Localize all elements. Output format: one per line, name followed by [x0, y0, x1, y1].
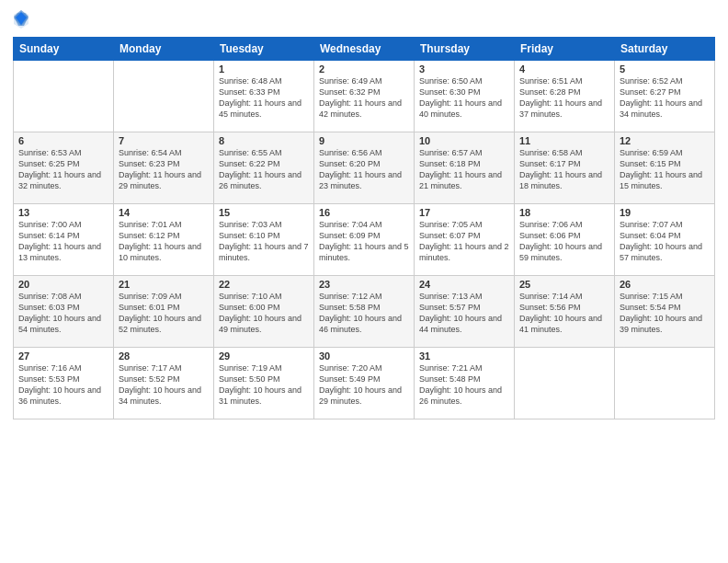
day-info: Sunrise: 7:12 AM Sunset: 5:58 PM Dayligh…: [319, 291, 409, 336]
day-info: Sunrise: 6:48 AM Sunset: 6:33 PM Dayligh…: [219, 75, 309, 121]
calendar-cell: 5Sunrise: 6:52 AM Sunset: 6:27 PM Daylig…: [615, 61, 715, 132]
calendar-day-header: Sunday: [14, 38, 114, 61]
calendar-cell: 14Sunrise: 7:01 AM Sunset: 6:12 PM Dayli…: [114, 204, 214, 276]
day-info: Sunrise: 7:19 AM Sunset: 5:50 PM Dayligh…: [219, 362, 309, 408]
day-info: Sunrise: 7:05 AM Sunset: 6:07 PM Dayligh…: [419, 219, 509, 264]
calendar-header-row: SundayMondayTuesdayWednesdayThursdayFrid…: [14, 38, 715, 61]
day-info: Sunrise: 7:15 AM Sunset: 5:54 PM Dayligh…: [620, 291, 710, 336]
calendar-cell: 24Sunrise: 7:13 AM Sunset: 5:57 PM Dayli…: [415, 276, 515, 348]
day-number: 12: [620, 135, 710, 146]
day-number: 20: [18, 279, 108, 290]
page: SundayMondayTuesdayWednesdayThursdayFrid…: [0, 0, 728, 563]
day-info: Sunrise: 7:06 AM Sunset: 6:06 PM Dayligh…: [519, 219, 609, 264]
day-number: 3: [419, 63, 509, 75]
day-number: 17: [419, 207, 509, 218]
calendar-cell: 12Sunrise: 6:59 AM Sunset: 6:15 PM Dayli…: [615, 132, 715, 204]
calendar-cell: 28Sunrise: 7:17 AM Sunset: 5:52 PM Dayli…: [114, 348, 214, 419]
calendar-cell: 11Sunrise: 6:58 AM Sunset: 6:17 PM Dayli…: [515, 132, 615, 204]
day-number: 26: [620, 279, 710, 290]
calendar-cell: 9Sunrise: 6:56 AM Sunset: 6:20 PM Daylig…: [314, 132, 415, 204]
day-info: Sunrise: 6:54 AM Sunset: 6:23 PM Dayligh…: [119, 147, 209, 192]
calendar-cell: [114, 61, 214, 132]
day-number: 13: [18, 207, 108, 218]
calendar-cell: 23Sunrise: 7:12 AM Sunset: 5:58 PM Dayli…: [314, 276, 415, 348]
day-number: 11: [519, 135, 609, 146]
calendar-day-header: Friday: [515, 38, 615, 61]
calendar-cell: 2Sunrise: 6:49 AM Sunset: 6:32 PM Daylig…: [314, 61, 415, 132]
calendar-cell: [615, 348, 715, 419]
calendar-table: SundayMondayTuesdayWednesdayThursdayFrid…: [13, 37, 715, 419]
day-info: Sunrise: 6:56 AM Sunset: 6:20 PM Dayligh…: [319, 147, 409, 192]
day-number: 30: [319, 350, 409, 362]
calendar-cell: 17Sunrise: 7:05 AM Sunset: 6:07 PM Dayli…: [415, 204, 515, 276]
calendar-cell: 1Sunrise: 6:48 AM Sunset: 6:33 PM Daylig…: [214, 61, 314, 132]
day-number: 9: [319, 135, 409, 146]
calendar-cell: 15Sunrise: 7:03 AM Sunset: 6:10 PM Dayli…: [214, 204, 314, 276]
header: [13, 9, 715, 29]
day-info: Sunrise: 6:53 AM Sunset: 6:25 PM Dayligh…: [18, 147, 108, 192]
calendar-cell: [14, 61, 114, 132]
logo-icon: [13, 9, 29, 29]
calendar-cell: 10Sunrise: 6:57 AM Sunset: 6:18 PM Dayli…: [415, 132, 515, 204]
calendar-cell: 20Sunrise: 7:08 AM Sunset: 6:03 PM Dayli…: [14, 276, 114, 348]
day-info: Sunrise: 7:04 AM Sunset: 6:09 PM Dayligh…: [319, 219, 409, 264]
day-number: 21: [119, 279, 209, 290]
day-info: Sunrise: 7:17 AM Sunset: 5:52 PM Dayligh…: [119, 362, 209, 408]
calendar-cell: 6Sunrise: 6:53 AM Sunset: 6:25 PM Daylig…: [14, 132, 114, 204]
day-info: Sunrise: 6:49 AM Sunset: 6:32 PM Dayligh…: [319, 75, 409, 121]
day-info: Sunrise: 6:52 AM Sunset: 6:27 PM Dayligh…: [620, 75, 710, 121]
calendar-day-header: Monday: [114, 38, 214, 61]
day-number: 28: [119, 350, 209, 362]
day-number: 5: [620, 63, 710, 75]
day-info: Sunrise: 6:50 AM Sunset: 6:30 PM Dayligh…: [419, 75, 509, 121]
calendar-week-row: 20Sunrise: 7:08 AM Sunset: 6:03 PM Dayli…: [14, 276, 715, 348]
calendar-cell: 19Sunrise: 7:07 AM Sunset: 6:04 PM Dayli…: [615, 204, 715, 276]
day-info: Sunrise: 7:21 AM Sunset: 5:48 PM Dayligh…: [419, 362, 509, 408]
day-number: 1: [219, 63, 309, 75]
day-number: 31: [419, 350, 509, 362]
day-number: 10: [419, 135, 509, 146]
logo: [13, 9, 32, 29]
day-number: 6: [18, 135, 108, 146]
calendar-cell: 13Sunrise: 7:00 AM Sunset: 6:14 PM Dayli…: [14, 204, 114, 276]
day-number: 24: [419, 279, 509, 290]
day-info: Sunrise: 7:13 AM Sunset: 5:57 PM Dayligh…: [419, 291, 509, 336]
calendar-cell: [515, 348, 615, 419]
day-info: Sunrise: 6:51 AM Sunset: 6:28 PM Dayligh…: [519, 75, 609, 121]
day-number: 8: [219, 135, 309, 146]
day-info: Sunrise: 7:20 AM Sunset: 5:49 PM Dayligh…: [319, 362, 409, 408]
day-info: Sunrise: 7:10 AM Sunset: 6:00 PM Dayligh…: [219, 291, 309, 336]
calendar-week-row: 27Sunrise: 7:16 AM Sunset: 5:53 PM Dayli…: [14, 348, 715, 419]
day-info: Sunrise: 7:07 AM Sunset: 6:04 PM Dayligh…: [620, 219, 710, 264]
day-number: 27: [18, 350, 108, 362]
calendar-cell: 26Sunrise: 7:15 AM Sunset: 5:54 PM Dayli…: [615, 276, 715, 348]
day-info: Sunrise: 6:58 AM Sunset: 6:17 PM Dayligh…: [519, 147, 609, 192]
day-number: 23: [319, 279, 409, 290]
day-number: 19: [620, 207, 710, 218]
day-info: Sunrise: 7:01 AM Sunset: 6:12 PM Dayligh…: [119, 219, 209, 264]
day-info: Sunrise: 6:57 AM Sunset: 6:18 PM Dayligh…: [419, 147, 509, 192]
calendar-cell: 7Sunrise: 6:54 AM Sunset: 6:23 PM Daylig…: [114, 132, 214, 204]
calendar-day-header: Thursday: [415, 38, 515, 61]
day-number: 29: [219, 350, 309, 362]
calendar-cell: 8Sunrise: 6:55 AM Sunset: 6:22 PM Daylig…: [214, 132, 314, 204]
day-number: 2: [319, 63, 409, 75]
day-number: 18: [519, 207, 609, 218]
calendar-week-row: 6Sunrise: 6:53 AM Sunset: 6:25 PM Daylig…: [14, 132, 715, 204]
day-number: 14: [119, 207, 209, 218]
calendar-week-row: 13Sunrise: 7:00 AM Sunset: 6:14 PM Dayli…: [14, 204, 715, 276]
day-number: 22: [219, 279, 309, 290]
day-info: Sunrise: 6:55 AM Sunset: 6:22 PM Dayligh…: [219, 147, 309, 192]
day-number: 7: [119, 135, 209, 146]
calendar-cell: 27Sunrise: 7:16 AM Sunset: 5:53 PM Dayli…: [14, 348, 114, 419]
calendar-cell: 21Sunrise: 7:09 AM Sunset: 6:01 PM Dayli…: [114, 276, 214, 348]
calendar-day-header: Wednesday: [314, 38, 415, 61]
day-number: 15: [219, 207, 309, 218]
calendar-cell: 25Sunrise: 7:14 AM Sunset: 5:56 PM Dayli…: [515, 276, 615, 348]
calendar-cell: 22Sunrise: 7:10 AM Sunset: 6:00 PM Dayli…: [214, 276, 314, 348]
day-info: Sunrise: 6:59 AM Sunset: 6:15 PM Dayligh…: [620, 147, 710, 192]
calendar-cell: 4Sunrise: 6:51 AM Sunset: 6:28 PM Daylig…: [515, 61, 615, 132]
calendar-cell: 18Sunrise: 7:06 AM Sunset: 6:06 PM Dayli…: [515, 204, 615, 276]
calendar-cell: 31Sunrise: 7:21 AM Sunset: 5:48 PM Dayli…: [415, 348, 515, 419]
day-number: 16: [319, 207, 409, 218]
